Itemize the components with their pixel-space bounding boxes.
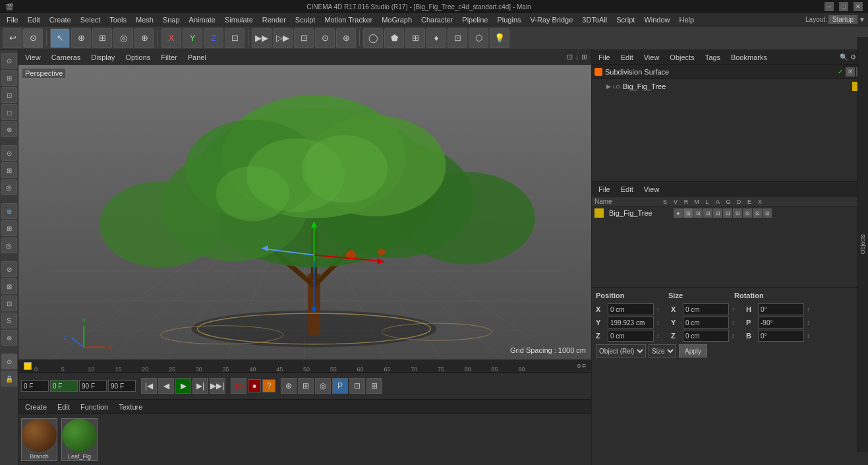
object-mode-button[interactable]: ◻ [1, 104, 17, 120]
menu-plugins[interactable]: Plugins [493, 15, 525, 24]
move-tool-button[interactable]: ⊕ [71, 28, 91, 48]
lasso-selection-button[interactable]: ◎ [1, 179, 17, 195]
rotation-b-input[interactable] [758, 330, 804, 342]
play-button[interactable]: ▶ [175, 378, 191, 394]
obj-menu-bookmarks[interactable]: Bookmarks [728, 52, 770, 63]
motion-clip-button[interactable]: ⊕ [281, 378, 297, 394]
obj-menu-file[interactable]: File [596, 52, 613, 63]
minimize-button[interactable]: ─ [825, 2, 834, 11]
prev-frame-button[interactable]: ◀ [158, 378, 174, 394]
preview-start-input[interactable] [50, 380, 78, 392]
cursor-mode-button[interactable]: ↖ [50, 28, 70, 48]
obj-settings-icon[interactable]: ⚙ [850, 53, 856, 61]
menu-character[interactable]: Character [417, 15, 457, 24]
vp-menu-display[interactable]: Display [88, 52, 117, 63]
menu-edit[interactable]: Edit [24, 15, 44, 24]
size-y-input[interactable] [683, 317, 729, 328]
menu-file[interactable]: File [3, 15, 22, 24]
render-region-button[interactable]: ▶▶ [252, 28, 272, 48]
axis-z-button[interactable]: Z [204, 28, 223, 48]
filter-button[interactable]: ⬡ [469, 28, 488, 48]
menu-script[interactable]: Script [612, 15, 639, 24]
end-frame-input[interactable] [108, 380, 136, 392]
vtab-objects[interactable]: Objects [858, 232, 867, 257]
keyframe-orange-button[interactable]: ? [262, 379, 275, 392]
viewport[interactable]: X Y Z Perspective Grid Spacing : 1000 cm [18, 65, 591, 359]
rotation-h-input[interactable] [758, 303, 804, 315]
obj-search-icon[interactable]: 🔍 [840, 53, 848, 61]
record-button[interactable]: ⊙ [231, 378, 246, 394]
redo-button[interactable]: ⊙ [23, 28, 43, 48]
render-settings-button[interactable]: ⊛ [336, 28, 356, 48]
uvw-mode-button[interactable]: ⊗ [1, 121, 17, 137]
scale-tool-button[interactable]: ⊞ [92, 28, 112, 48]
render-active-button[interactable]: ▷▶ [273, 28, 293, 48]
close-button[interactable]: ✕ [854, 2, 863, 11]
render-animation-button[interactable]: ⊡ [294, 28, 314, 48]
paint-button[interactable]: S [1, 313, 17, 328]
object-rel-dropdown[interactable]: Object (Rel) [596, 344, 646, 357]
size-dropdown[interactable]: Size [649, 344, 676, 357]
motion-clip-4-button[interactable]: P [332, 378, 348, 394]
rotation-p-input[interactable] [758, 317, 804, 328]
menu-select[interactable]: Select [76, 15, 105, 24]
maximize-button[interactable]: □ [839, 2, 848, 11]
material-leaf-fig[interactable]: Leaf_Fig [61, 418, 98, 461]
menu-mesh[interactable]: Mesh [132, 15, 158, 24]
current-frame-input[interactable] [21, 380, 49, 392]
menu-snap[interactable]: Snap [159, 15, 184, 24]
menu-3dtoall[interactable]: 3DToAll [578, 15, 611, 24]
position-z-input[interactable] [608, 330, 654, 342]
polygons-mode-button[interactable]: ⊡ [1, 87, 17, 103]
scale-button[interactable]: ⊞ [1, 220, 17, 236]
rotate-button[interactable]: ◎ [1, 237, 17, 253]
rectangle-selection-button[interactable]: ⊞ [1, 162, 17, 178]
knife-button[interactable]: ⊘ [1, 261, 17, 277]
vp-menu-panel[interactable]: Panel [185, 52, 209, 63]
vp-menu-options[interactable]: Options [123, 52, 153, 63]
layout-preset[interactable]: Startup [828, 15, 857, 24]
move-button[interactable]: ⊕ [1, 203, 17, 219]
position-x-input[interactable] [608, 303, 654, 315]
vp-menu-view[interactable]: View [22, 52, 43, 63]
position-y-input[interactable] [608, 317, 654, 328]
menu-motion-tracker[interactable]: Motion Tracker [320, 15, 376, 24]
rotate-tool-button[interactable]: ◎ [113, 28, 133, 48]
undo-button[interactable]: ↩ [3, 28, 22, 48]
preview-end-input[interactable] [79, 380, 107, 392]
motion-clip-5-button[interactable]: ⊡ [349, 378, 365, 394]
menu-window[interactable]: Window [640, 15, 674, 24]
axis-y-button[interactable]: Y [183, 28, 202, 48]
vp-menu-cameras[interactable]: Cameras [49, 52, 84, 63]
obj-menu-edit[interactable]: Edit [618, 52, 636, 63]
size-z-input[interactable] [683, 330, 729, 342]
menu-sculpt[interactable]: Sculpt [291, 15, 320, 24]
menu-pipeline[interactable]: Pipeline [458, 15, 492, 24]
menu-help[interactable]: Help [676, 15, 699, 24]
axis-x-button[interactable]: X [161, 28, 181, 48]
points-mode-button[interactable]: ⊙ [1, 53, 17, 69]
menu-tools[interactable]: Tools [105, 15, 130, 24]
motion-clip-3-button[interactable]: ◎ [315, 378, 331, 394]
objects-button-tb[interactable]: ♦ [426, 28, 446, 48]
menu-animate[interactable]: Animate [185, 15, 219, 24]
vp-menu-filter[interactable]: Filter [158, 52, 179, 63]
display-button[interactable]: ⬟ [384, 28, 404, 48]
camera-button[interactable]: ◯ [363, 28, 383, 48]
extrude-button[interactable]: ⊡ [1, 295, 17, 311]
obj-menu-view[interactable]: View [641, 52, 662, 63]
obj-row-bigfigtree[interactable]: ▶ LO Big_Fig_Tree [593, 80, 867, 92]
mat-menu-texture[interactable]: Texture [116, 402, 145, 412]
tags-menu-view[interactable]: View [641, 184, 662, 195]
axis-all-button[interactable]: ⊡ [225, 28, 245, 48]
menu-mograph[interactable]: MoGraph [378, 15, 416, 24]
light-button[interactable]: ⊞ [405, 28, 425, 48]
lock-button[interactable]: 🔒 [1, 371, 17, 387]
keyframe-red-button[interactable]: ● [248, 379, 261, 392]
tag-row-bigfigtree[interactable]: Big_Fig_Tree ● ⊡ ⊡ ⊡ ⊡ ⊡ ⊡ ⊡ ⊡ ⊡ [592, 207, 868, 219]
snap-button[interactable]: ⊙ [1, 354, 17, 369]
menu-create[interactable]: Create [45, 15, 75, 24]
tag-button[interactable]: ⊡ [448, 28, 467, 48]
live-selection-button[interactable]: ⊙ [1, 145, 17, 161]
obj-menu-tags[interactable]: Tags [703, 52, 723, 63]
